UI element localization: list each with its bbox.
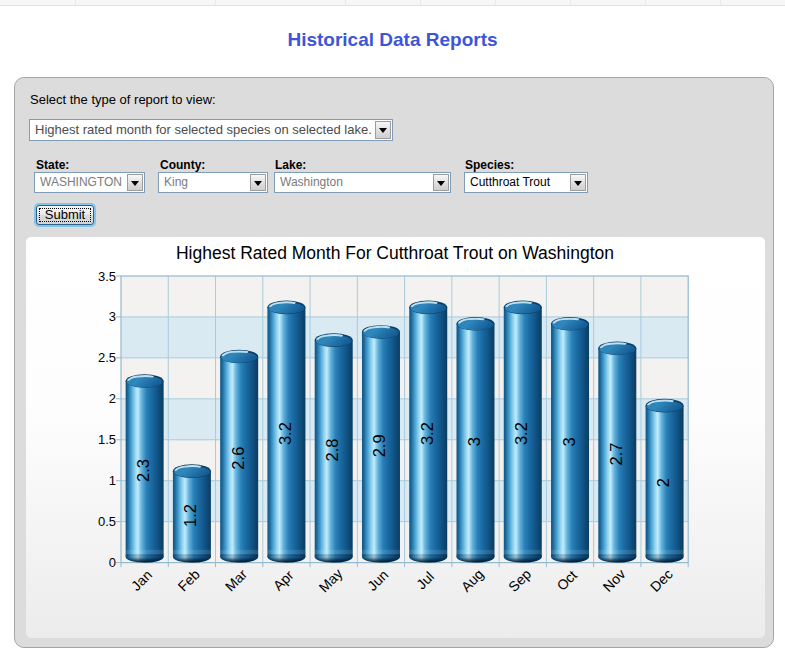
svg-text:May: May bbox=[315, 565, 345, 595]
svg-text:2.3: 2.3 bbox=[134, 459, 152, 482]
svg-text:2.5: 2.5 bbox=[98, 350, 116, 365]
svg-text:Highest Rated Month For Cutthr: Highest Rated Month For Cutthroat Trout … bbox=[176, 243, 614, 263]
svg-text:1.5: 1.5 bbox=[98, 432, 116, 447]
svg-text:Feb: Feb bbox=[175, 566, 204, 595]
svg-text:Apr: Apr bbox=[270, 567, 297, 594]
svg-text:3: 3 bbox=[465, 437, 483, 446]
svg-text:2.7: 2.7 bbox=[607, 443, 625, 466]
svg-text:1: 1 bbox=[109, 473, 116, 488]
svg-text:2.8: 2.8 bbox=[323, 438, 341, 461]
svg-text:3.2: 3.2 bbox=[276, 422, 294, 445]
svg-text:1.2: 1.2 bbox=[181, 504, 199, 527]
svg-text:0: 0 bbox=[109, 555, 116, 570]
svg-text:3.2: 3.2 bbox=[512, 422, 530, 445]
svg-text:3: 3 bbox=[560, 437, 578, 446]
svg-text:Jul: Jul bbox=[413, 568, 437, 592]
svg-text:3: 3 bbox=[109, 309, 116, 324]
svg-text:Oct: Oct bbox=[553, 567, 580, 594]
svg-text:3.5: 3.5 bbox=[98, 269, 116, 284]
svg-text:2: 2 bbox=[109, 391, 116, 406]
svg-text:Sep: Sep bbox=[505, 566, 534, 595]
svg-text:Dec: Dec bbox=[647, 566, 676, 595]
svg-text:Nov: Nov bbox=[600, 566, 629, 595]
svg-text:Jun: Jun bbox=[364, 567, 391, 594]
svg-text:2: 2 bbox=[654, 478, 672, 487]
svg-text:0.5: 0.5 bbox=[98, 514, 116, 529]
svg-text:Jan: Jan bbox=[128, 567, 155, 594]
svg-text:2.6: 2.6 bbox=[229, 447, 247, 470]
svg-text:3.2: 3.2 bbox=[418, 422, 436, 445]
svg-text:2.9: 2.9 bbox=[370, 434, 388, 457]
svg-text:Aug: Aug bbox=[458, 566, 487, 595]
svg-text:Mar: Mar bbox=[222, 566, 251, 595]
